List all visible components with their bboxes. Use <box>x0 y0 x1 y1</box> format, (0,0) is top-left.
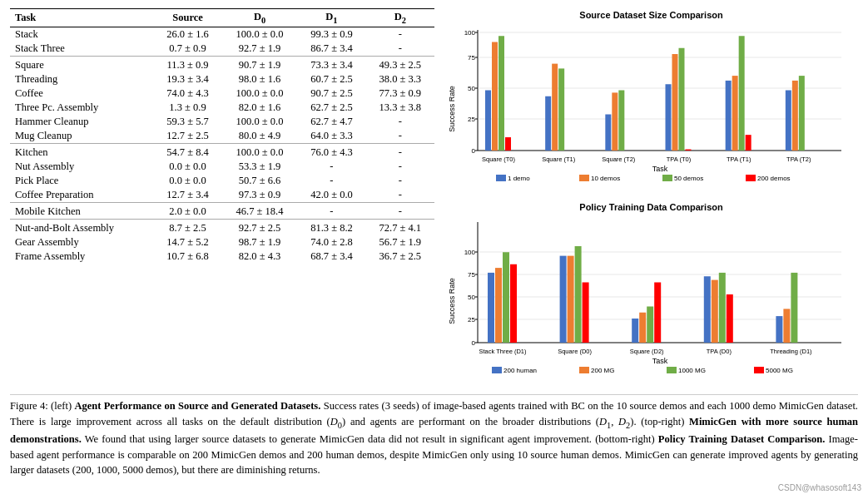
cell-d1: 42.0 ± 0.0 <box>297 188 365 203</box>
table-row: Coffee74.0 ± 4.3100.0 ± 0.090.7 ± 2.577.… <box>10 86 434 101</box>
cell-source: 0.7 ± 0.9 <box>153 42 221 57</box>
col-header-d0: D0 <box>222 9 298 27</box>
cell-d2: 56.7 ± 1.9 <box>366 235 434 250</box>
chart2-legend-rect-2 <box>667 367 677 373</box>
table-row: Stack26.0 ± 1.6100.0 ± 0.099.3 ± 0.9- <box>10 27 434 42</box>
cell-d1: 68.7 ± 3.4 <box>297 250 365 264</box>
chart2-title: Policy Training Data Comparison <box>446 202 856 212</box>
cell-d0: 92.7 ± 1.9 <box>222 42 298 57</box>
cell-d1: 76.0 ± 4.3 <box>297 143 365 160</box>
svg-text:25: 25 <box>468 116 475 123</box>
cell-task: Mug Cleanup <box>10 129 153 144</box>
results-table: Task Source D0 D1 D2 Stack26.0 ± 1.6100.… <box>10 8 434 264</box>
table-row: Frame Assembly10.7 ± 6.882.0 ± 4.368.7 ±… <box>10 250 434 264</box>
chart1-legend-rect-1 <box>579 175 589 181</box>
caption-text: (left) Agent Performance on Source and G… <box>10 400 858 476</box>
table-row: Coffee Preparation12.7 ± 3.497.3 ± 0.942… <box>10 188 434 203</box>
chart1-legend-rect-0 <box>496 175 506 181</box>
chart1-bar-g0-b2 <box>498 36 504 151</box>
cell-task: Stack Three <box>10 42 153 57</box>
cell-d0: 53.3 ± 1.9 <box>222 160 298 174</box>
table-row: Nut Assembly0.0 ± 0.053.3 ± 1.9-- <box>10 160 434 174</box>
cell-d2: - <box>366 160 434 174</box>
svg-text:75: 75 <box>468 271 475 279</box>
cell-d2: 77.3 ± 0.9 <box>366 86 434 101</box>
cell-source: 19.3 ± 3.4 <box>153 72 221 86</box>
table-row: Gear Assembly14.7 ± 5.298.7 ± 1.974.0 ± … <box>10 235 434 250</box>
chart2-bar-g3-b3 <box>727 294 733 343</box>
cell-d2: 13.3 ± 3.8 <box>366 101 434 115</box>
chart1-bar-g4-b3 <box>746 135 751 151</box>
cell-d2: - <box>366 27 434 42</box>
chart1-xlabel-4: TPA (T1) <box>727 156 751 163</box>
cell-d1: 73.3 ± 3.4 <box>297 56 365 72</box>
chart1-bar-g0-b1 <box>492 42 498 151</box>
chart2-xlabel-2: Square (D2) <box>630 348 664 355</box>
col-header-source: Source <box>153 9 221 27</box>
cell-task: Stack <box>10 27 153 42</box>
cell-task: Square <box>10 56 153 72</box>
chart2-bar-g2-b3 <box>654 283 661 343</box>
svg-text:0: 0 <box>472 339 476 347</box>
cell-task: Nut Assembly <box>10 160 153 174</box>
cell-d1: 90.7 ± 2.5 <box>297 86 365 101</box>
cell-task: Gear Assembly <box>10 235 153 250</box>
chart2-ylabel: Success Rate <box>448 278 456 324</box>
chart2-legend-label-1: 200 MG <box>591 367 614 374</box>
cell-task: Kitchen <box>10 143 153 160</box>
cell-d0: 100.0 ± 0.0 <box>222 86 298 101</box>
cell-d1: 60.7 ± 2.5 <box>297 72 365 86</box>
chart1-bar-g2-b2 <box>618 91 624 151</box>
cell-d0: 82.0 ± 4.3 <box>222 250 298 264</box>
chart1-bar-g2-b0 <box>605 115 611 151</box>
chart2-bar-g4-b2 <box>791 273 797 343</box>
charts-container: Source Dataset Size Comparison Success R… <box>444 8 858 389</box>
cell-d0: 92.7 ± 2.5 <box>222 219 298 235</box>
cell-task: Coffee Preparation <box>10 188 153 203</box>
chart1-bar-g1-b0 <box>545 96 551 151</box>
cell-d0: 100.0 ± 0.0 <box>222 115 298 129</box>
chart2-bar-g1-b3 <box>583 283 589 343</box>
cell-d2: - <box>366 42 434 57</box>
cell-source: 8.7 ± 2.5 <box>153 219 221 235</box>
cell-d0: 90.7 ± 1.9 <box>222 56 298 72</box>
chart1-bar-g0-b3 <box>505 137 511 151</box>
chart2-bar-g2-b1 <box>639 313 646 343</box>
svg-text:0: 0 <box>472 147 476 155</box>
chart2-bar-g4-b0 <box>776 316 782 343</box>
chart1-xlabel-1: Square (T1) <box>542 156 576 163</box>
cell-source: 1.3 ± 0.9 <box>153 101 221 115</box>
chart1-legend-label-3: 200 demos <box>757 175 791 182</box>
chart2-xlabel-3: TPA (D0) <box>707 348 732 355</box>
chart2-bar-g3-b1 <box>712 280 718 343</box>
svg-text:50: 50 <box>468 294 475 301</box>
cell-d1: 62.7 ± 2.5 <box>297 101 365 115</box>
top-section: Task Source D0 D1 D2 Stack26.0 ± 1.6100.… <box>10 8 858 389</box>
cell-d2: - <box>366 115 434 129</box>
chart2-legend-rect-0 <box>492 367 502 373</box>
chart1-legend-label-0: 1 demo <box>508 175 530 182</box>
chart2-bar-g0-b1 <box>495 268 502 343</box>
chart2-legend-label-2: 1000 MG <box>678 367 706 374</box>
cell-d0: 100.0 ± 0.0 <box>222 143 298 160</box>
chart1-bar-g4-b2 <box>739 36 745 151</box>
cell-source: 10.7 ± 6.8 <box>153 250 221 264</box>
cell-source: 12.7 ± 3.4 <box>153 188 221 203</box>
cell-task: Mobile Kitchen <box>10 202 153 219</box>
cell-source: 26.0 ± 1.6 <box>153 27 221 42</box>
cell-d2: 38.0 ± 3.3 <box>366 72 434 86</box>
cell-d2: - <box>366 202 434 219</box>
cell-d1: 81.3 ± 8.2 <box>297 219 365 235</box>
cell-d2: 49.3 ± 2.5 <box>366 56 434 72</box>
chart1-bar-g4-b1 <box>732 76 738 151</box>
chart2-bar-g2-b0 <box>632 319 638 343</box>
cell-d1: - <box>297 174 365 188</box>
chart2-bar-g0-b3 <box>510 264 517 343</box>
chart2-bar-g0-b2 <box>503 252 509 343</box>
chart1-legend-rect-3 <box>746 175 756 181</box>
table-row: Nut-and-Bolt Assembly8.7 ± 2.592.7 ± 2.5… <box>10 219 434 235</box>
chart1-xlabel-0: Square (T0) <box>482 156 516 163</box>
chart2-legend-label-0: 200 human <box>503 367 537 374</box>
chart2-legend-rect-3 <box>754 367 764 373</box>
cell-source: 2.0 ± 0.0 <box>153 202 221 219</box>
